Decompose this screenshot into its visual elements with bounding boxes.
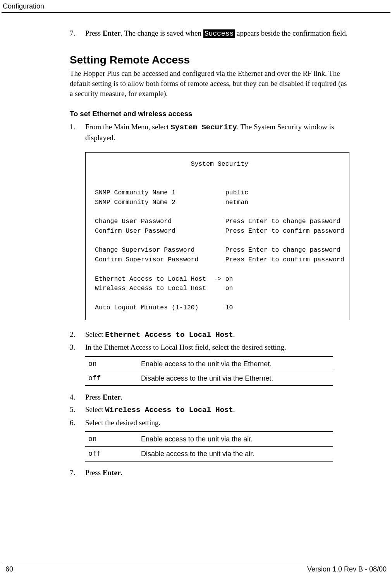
text: Select: [85, 330, 105, 338]
option-desc: Disable access to the unit via the Ether…: [138, 371, 333, 386]
text: Press: [85, 29, 103, 37]
option-desc: Disable access to the unit via the air.: [138, 446, 333, 461]
table-row: off Disable access to the unit via the a…: [85, 446, 333, 461]
enter-key: Enter: [103, 393, 120, 401]
page-number: 60: [5, 565, 13, 574]
text: In the Ethernet Access to Local Host fie…: [85, 343, 286, 351]
step-number: 7.: [70, 468, 75, 478]
page-content: 7. Press Enter. The change is saved when…: [70, 28, 349, 477]
version-label: Version 1.0 Rev B - 08/00: [307, 565, 387, 574]
step-1: 1. From the Main Menu, select System Sec…: [70, 122, 349, 142]
text: Select: [85, 405, 105, 414]
text: appears beside the confirmation field.: [235, 29, 347, 37]
page-footer: 60 Version 1.0 Rev B - 08/00: [2, 562, 390, 574]
step-number: 3.: [70, 342, 75, 352]
step-number: 6.: [70, 418, 75, 428]
wireless-options-table: on Enable access to the unit via the air…: [85, 431, 333, 462]
step-number: 5.: [70, 405, 75, 415]
text: .: [120, 468, 122, 477]
text: .: [120, 393, 122, 401]
step-number: 7.: [70, 28, 75, 38]
text: Select the desired setting.: [85, 419, 160, 427]
table-row: off Disable access to the unit via the E…: [85, 371, 333, 386]
text: From the Main Menu, select: [85, 123, 171, 131]
menu-command: Wireless Access to Local Host: [105, 406, 233, 414]
menu-command: System Security: [171, 123, 237, 132]
section-intro: The Hopper Plus can be accessed and conf…: [70, 69, 349, 98]
table-row: on Enable access to the unit via the air…: [85, 432, 333, 446]
table-row: on Enable access to the unit via the Eth…: [85, 357, 333, 371]
step-6: 6. Select the desired setting.: [70, 418, 349, 428]
step-5: 5. Select Wireless Access to Local Host.: [70, 405, 349, 415]
header-left: Configuration: [3, 2, 44, 11]
option-key: off: [85, 446, 138, 461]
section-title: Setting Remote Access: [70, 53, 349, 67]
option-key: on: [85, 432, 138, 446]
text: Press: [85, 468, 103, 477]
ethernet-options-table: on Enable access to the unit via the Eth…: [85, 356, 333, 386]
text: .: [233, 330, 235, 338]
text: . The change is saved when: [120, 29, 203, 37]
menu-command: Ethernet Access to Local Host: [105, 331, 233, 339]
step-2: 2. Select Ethernet Access to Local Host.: [70, 329, 349, 340]
step-number: 4.: [70, 392, 75, 402]
step-7b: 7. Press Enter.: [70, 468, 349, 478]
option-desc: Enable access to the unit via the Ethern…: [138, 357, 333, 371]
step-4: 4. Press Enter.: [70, 392, 349, 402]
page-header: Configuration: [2, 0, 390, 13]
enter-key: Enter: [103, 468, 120, 477]
enter-key: Enter: [103, 29, 120, 37]
step-3: 3. In the Ethernet Access to Local Host …: [70, 342, 349, 352]
terminal-screen: System Security SNMP Community Name 1 pu…: [85, 152, 349, 320]
option-key: on: [85, 357, 138, 371]
option-desc: Enable access to the unit via the air.: [138, 432, 333, 446]
step-7a: 7. Press Enter. The change is saved when…: [70, 28, 349, 38]
procedure-heading: To set Ethernet and wireless access: [70, 109, 349, 119]
text: Press: [85, 393, 103, 401]
option-key: off: [85, 371, 138, 386]
step-number: 2.: [70, 329, 75, 340]
text: .: [233, 405, 235, 414]
step-number: 1.: [70, 122, 75, 132]
success-label: Success: [203, 29, 235, 38]
